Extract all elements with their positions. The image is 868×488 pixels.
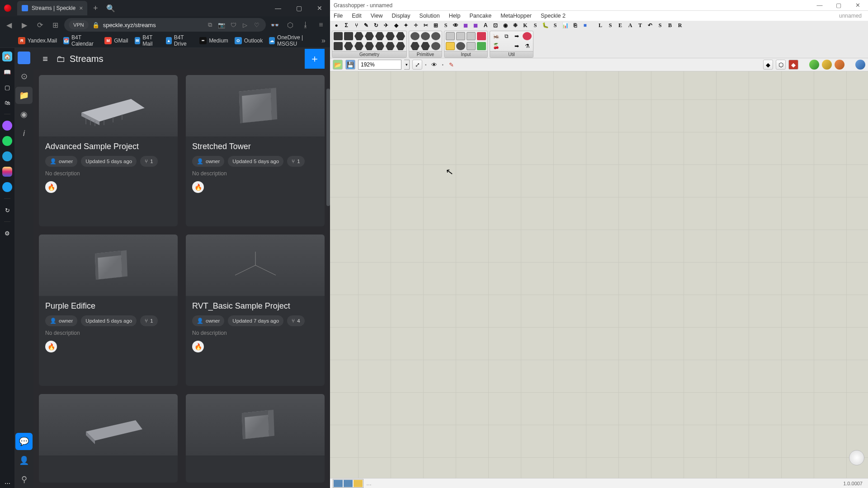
easy-setup-icon[interactable]: ≡ (315, 19, 327, 31)
sc-icon[interactable]: 👁 (452, 22, 459, 29)
menu-view[interactable]: View (371, 13, 383, 19)
toolbar-icon[interactable]: ◆ (788, 60, 798, 70)
bookmark-item[interactable]: OOutlook (235, 37, 263, 44)
component-icon[interactable] (446, 42, 455, 50)
close-tab-icon[interactable]: × (79, 5, 83, 12)
zoom-input[interactable]: 192% (358, 60, 401, 70)
menu-pancake[interactable]: Pancake (469, 13, 491, 19)
sc-icon[interactable]: ◆ (392, 22, 400, 29)
component-icon[interactable] (467, 32, 476, 40)
sidebar-settings-icon[interactable]: ⚙ (2, 228, 12, 238)
add-stream-button[interactable]: ＋ (305, 49, 325, 69)
stream-card[interactable]: Advanced Sample Project 👤owner Updated 5… (39, 75, 178, 226)
sc-icon[interactable]: A (482, 22, 489, 29)
play-icon[interactable]: ▷ (241, 20, 250, 29)
component-icon[interactable] (467, 42, 476, 50)
component-icon[interactable]: ⧉ (502, 32, 511, 40)
sc-letter[interactable]: E (617, 22, 624, 29)
bookmark-item[interactable]: ЯYandex.Mail (18, 37, 57, 44)
component-icon[interactable] (410, 32, 420, 40)
gh-maximize-button[interactable]: ▢ (832, 2, 845, 9)
vpn-badge[interactable]: VPN (69, 20, 89, 29)
extension-icon[interactable]: 👓 (269, 19, 281, 31)
opera-menu-button[interactable] (0, 0, 15, 16)
sc-letter[interactable]: B (666, 22, 674, 29)
sc-icon[interactable]: Σ (343, 22, 350, 29)
sidebar-home-icon[interactable]: 🏠 (2, 52, 12, 61)
shade-mode-icon[interactable] (855, 60, 865, 70)
bookmark-item[interactable]: ▲B4T Drive (166, 34, 193, 47)
sc-letter[interactable]: L (597, 22, 604, 29)
gh-minimize-button[interactable]: — (813, 2, 826, 9)
component-icon[interactable]: 🦗 (491, 32, 500, 40)
component-icon[interactable] (431, 32, 440, 40)
component-icon[interactable] (456, 32, 465, 40)
sc-icon[interactable]: ✦ (402, 22, 410, 29)
sidebar-book-icon[interactable]: 📖 (2, 67, 12, 77)
forward-button[interactable]: ▶ (18, 19, 31, 31)
sc-letter[interactable]: R (676, 22, 684, 29)
sc-icon[interactable]: ■ (581, 22, 589, 29)
menu-speckle2[interactable]: Speckle 2 (541, 13, 566, 19)
bookmarks-overflow-button[interactable]: » (321, 37, 326, 45)
component-icon[interactable] (354, 42, 363, 50)
minimize-button[interactable]: — (268, 0, 288, 16)
bookmark-item[interactable]: ✉B4T Mail (135, 34, 160, 47)
menu-metahopper[interactable]: MetaHopper (500, 13, 532, 19)
component-icon[interactable] (365, 32, 374, 40)
sidebar-feedback-icon[interactable]: 💬 (15, 433, 33, 450)
component-icon[interactable] (365, 42, 374, 50)
back-button[interactable]: ◀ (3, 19, 15, 31)
sc-icon[interactable]: ↻ (373, 22, 380, 29)
bookmark-item[interactable]: ☁OneDrive | MSGSU (269, 34, 315, 47)
component-icon[interactable] (431, 42, 440, 50)
maximize-button[interactable]: ▢ (288, 0, 309, 16)
camera-icon[interactable]: 📷 (217, 20, 226, 29)
sidebar-bag-icon[interactable]: 🛍 (2, 98, 12, 108)
sidebar-instagram-icon[interactable] (2, 167, 12, 177)
component-icon[interactable] (410, 42, 420, 50)
shade-mode-icon[interactable] (822, 60, 832, 70)
reload-button[interactable]: ⟳ (33, 19, 46, 31)
component-icon[interactable] (421, 42, 430, 50)
component-icon[interactable] (375, 42, 384, 50)
sc-letter[interactable]: K (522, 22, 529, 29)
toolbar-icon[interactable]: ⬡ (776, 60, 786, 70)
preview-toggle-icon[interactable]: 👁 (429, 60, 439, 70)
component-icon[interactable]: ➡ (512, 32, 521, 40)
sc-icon[interactable]: ✧ (412, 22, 420, 29)
sidebar-tune-icon[interactable]: ⚲ (15, 471, 33, 488)
stream-card[interactable]: Stretched Tower 👤owner Updated 5 days ag… (186, 75, 325, 226)
stream-card[interactable]: Purple Edifice 👤owner Updated 5 days ago… (39, 235, 178, 386)
save-file-button[interactable]: 💾 (345, 60, 355, 70)
gh-canvas[interactable]: ↖ (330, 71, 868, 478)
close-window-button[interactable]: ✕ (309, 0, 330, 16)
sc-letter[interactable]: S (607, 22, 614, 29)
collaborator-avatar[interactable]: 🔥 (45, 181, 57, 193)
sidebar-twitter-icon[interactable] (2, 182, 12, 192)
sidebar-info-icon[interactable]: i (15, 125, 33, 142)
zoom-dropdown-icon[interactable]: ▾ (404, 60, 410, 70)
component-icon[interactable] (477, 32, 486, 40)
menu-help[interactable]: Help (449, 13, 461, 19)
shade-mode-icon[interactable] (835, 60, 844, 70)
bookmark-item[interactable]: MGMail (104, 37, 128, 44)
sc-icon[interactable]: ⊞ (432, 22, 439, 29)
sc-icon[interactable]: ◼ (472, 22, 479, 29)
shade-mode-icon[interactable] (809, 60, 819, 70)
component-icon[interactable] (421, 32, 430, 40)
sc-icon[interactable]: ⑂ (353, 22, 360, 29)
menu-display[interactable]: Display (392, 13, 410, 19)
sidebar-history-icon[interactable]: ↻ (2, 205, 12, 215)
component-icon[interactable] (502, 42, 511, 50)
sc-letter[interactable]: S (656, 22, 664, 29)
sc-icon[interactable]: 🐛 (542, 22, 549, 29)
component-icon[interactable] (354, 32, 363, 40)
sc-icon[interactable]: ◼ (462, 22, 469, 29)
bookmark-item[interactable]: ••Medium (199, 37, 228, 44)
component-icon[interactable] (477, 42, 486, 50)
component-icon[interactable] (523, 32, 532, 40)
component-icon[interactable] (344, 42, 353, 50)
menu-edit[interactable]: Edit (352, 13, 362, 19)
zoom-extents-button[interactable]: ⤢ (412, 60, 422, 70)
